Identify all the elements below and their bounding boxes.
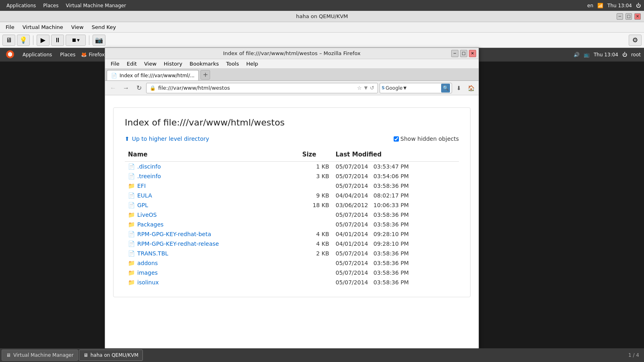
places-menu[interactable]: Places xyxy=(40,2,62,9)
file-name: RPM-GPG-KEY-redhat-beta xyxy=(137,231,211,237)
ff-forward-btn[interactable]: → xyxy=(120,83,132,93)
ff-menu-edit[interactable]: Edit xyxy=(124,60,140,68)
taskbar-virt-manager[interactable]: 🖥 Virtual Machine Manager xyxy=(2,350,78,361)
virt-close-btn[interactable]: ✕ xyxy=(634,13,641,20)
virt-menu-view[interactable]: View xyxy=(68,23,87,31)
file-date-cell: 04/04/2014 08:02:17 PM xyxy=(332,191,459,200)
col-modified: Last Modified xyxy=(332,148,459,162)
toolbar-snapshot-btn[interactable]: 📷 xyxy=(93,35,105,46)
toolbar-settings-btn[interactable]: ⚙ xyxy=(629,35,642,46)
virt-manager-menu[interactable]: Virtual Machine Manager xyxy=(62,2,129,9)
ff-menu-history[interactable]: History xyxy=(161,60,186,68)
table-row: 📄 TRANS.TBL 2 KB 05/07/2014 03:58:36 PM xyxy=(125,249,459,258)
show-hidden-label[interactable]: Show hidden objects xyxy=(394,136,459,142)
ff-new-tab-btn[interactable]: + xyxy=(200,70,210,80)
show-hidden-checkbox[interactable] xyxy=(394,136,399,142)
file-link[interactable]: 📁 Packages xyxy=(128,221,276,228)
search-engine-selector[interactable]: S Google ▼ xyxy=(382,85,407,91)
table-row: 📄 .treeinfo 3 KB 05/07/2014 03:54:06 PM xyxy=(125,171,459,181)
ff-minimize-btn[interactable]: − xyxy=(451,50,458,57)
ff-maximize-btn[interactable]: □ xyxy=(460,50,467,57)
file-size-cell xyxy=(279,258,332,268)
firefox-panel-icon: 🦊 xyxy=(81,52,87,58)
firefox-window: Index of file:///var/www/html/westos – M… xyxy=(105,47,479,349)
file-name: Packages xyxy=(137,221,163,228)
virt-menu-virtualmachine[interactable]: Virtual Machine xyxy=(19,23,66,31)
virt-maximize-btn[interactable]: □ xyxy=(625,13,632,20)
virt-window-title: haha on QEMU/KVM xyxy=(296,13,348,19)
virt-manager-window: haha on QEMU/KVM − □ ✕ File Virtual Mach… xyxy=(0,11,644,362)
search-submit-btn[interactable]: 🔍 xyxy=(441,84,450,93)
ff-tab-active[interactable]: 📄 Index of file:///var/www/html/... xyxy=(107,70,199,80)
toolbar-shutdown-btn[interactable]: ⏹▾ xyxy=(66,35,86,46)
ff-menu-view[interactable]: View xyxy=(141,60,160,68)
ff-menu-tools[interactable]: Tools xyxy=(223,60,242,68)
file-link[interactable]: 📁 LiveOS xyxy=(128,212,276,218)
ff-home-btn[interactable]: 🏠 xyxy=(466,83,476,93)
file-name: isolinux xyxy=(137,279,159,286)
ff-menu-file[interactable]: File xyxy=(107,60,123,68)
virt-window-controls: − □ ✕ xyxy=(617,13,641,20)
inner-volume-icon[interactable]: 🔊 xyxy=(574,52,580,58)
toolbar-bulb-btn[interactable]: 💡 xyxy=(17,35,30,46)
file-link[interactable]: 📄 TRANS.TBL xyxy=(128,250,276,257)
toolbar-pause-btn[interactable]: ⏸ xyxy=(51,35,64,46)
ff-close-btn[interactable]: ✕ xyxy=(469,50,476,57)
file-name-cell: 📄 EULA xyxy=(125,191,279,200)
ff-back-btn[interactable]: ← xyxy=(107,83,119,93)
table-row: 📁 addons 05/07/2014 03:58:36 PM xyxy=(125,258,459,268)
applications-menu[interactable]: Applications xyxy=(3,2,39,9)
inner-user: root xyxy=(631,52,641,58)
ff-menu-help[interactable]: Help xyxy=(243,60,262,68)
file-size-cell xyxy=(279,210,332,220)
ff-search-bar[interactable]: S Google ▼ 🔍 xyxy=(380,83,452,93)
language-indicator[interactable]: en xyxy=(587,3,593,8)
dir-up-link[interactable]: ⬆ Up to higher level directory xyxy=(125,136,209,142)
file-name: RPM-GPG-KEY-redhat-release xyxy=(137,241,219,247)
inner-power-icon[interactable]: ⏻ xyxy=(622,52,627,58)
virt-toolbar: 🖥 💡 ▶ ⏸ ⏹▾ 📷 ⚙ xyxy=(0,33,644,48)
url-dropdown-icon[interactable]: ▼ xyxy=(364,85,367,90)
inner-applications-label[interactable]: Applications xyxy=(20,51,54,58)
file-link[interactable]: 📁 images xyxy=(128,269,276,276)
ff-refresh-btn[interactable]: ↻ xyxy=(133,83,144,93)
ff-menu-bookmarks[interactable]: Bookmarks xyxy=(186,60,222,68)
ff-window-title: Index of file:///var/www/html/westos – M… xyxy=(108,50,475,56)
inner-places-label[interactable]: Places xyxy=(58,51,78,58)
file-link[interactable]: 📄 EULA xyxy=(128,192,276,199)
file-size-cell: 3 KB xyxy=(279,171,332,181)
file-date-cell: 04/01/2014 09:28:10 PM xyxy=(332,239,459,249)
file-link[interactable]: 📄 RPM-GPG-KEY-redhat-release xyxy=(128,241,276,247)
ff-navbar: ← → ↻ 🔒 file:///var/www/html/westos ☆ ▼ … xyxy=(105,81,479,95)
file-size-cell: 9 KB xyxy=(279,191,332,200)
taskbar-haha-vm[interactable]: 🖥 haha on QEMU/KVM xyxy=(79,350,143,361)
file-link[interactable]: 📁 EFI xyxy=(128,183,276,189)
inner-apps-icon[interactable] xyxy=(3,49,17,61)
power-icon[interactable]: ⏻ xyxy=(636,3,641,8)
virt-menu-file[interactable]: File xyxy=(2,23,18,31)
url-text: file:///var/www/html/westos xyxy=(158,85,355,91)
file-name-cell: 📄 GPL xyxy=(125,200,279,210)
file-link[interactable]: 📁 isolinux xyxy=(128,279,276,286)
url-bookmark-icon[interactable]: ☆ xyxy=(357,85,362,91)
table-row: 📄 RPM-GPG-KEY-redhat-release 4 KB 04/01/… xyxy=(125,239,459,249)
file-link[interactable]: 📁 addons xyxy=(128,260,276,266)
virt-minimize-btn[interactable]: − xyxy=(617,13,623,20)
url-reload-icon[interactable]: ↺ xyxy=(370,85,374,91)
toolbar-run-btn[interactable]: ▶ xyxy=(37,35,50,46)
file-size-cell xyxy=(279,278,332,287)
file-type-icon: 📄 xyxy=(128,163,135,170)
virt-menu-sendkey[interactable]: Send Key xyxy=(89,23,119,31)
file-name-cell: 📄 .treeinfo xyxy=(125,171,279,181)
ff-download-btn[interactable]: ⬇ xyxy=(454,83,464,93)
file-link[interactable]: 📄 RPM-GPG-KEY-redhat-beta xyxy=(128,231,276,237)
file-link[interactable]: 📄 .discinfo xyxy=(128,163,276,170)
inner-screen-icon[interactable]: 📺 xyxy=(584,52,590,58)
file-link[interactable]: 📄 GPL xyxy=(128,202,276,208)
toolbar-display-btn[interactable]: 🖥 xyxy=(2,35,15,46)
ff-tab-label: Index of file:///var/www/html/... xyxy=(120,73,194,78)
file-link[interactable]: 📄 .treeinfo xyxy=(128,173,276,179)
file-type-icon: 📄 xyxy=(128,173,135,179)
ff-url-bar[interactable]: 🔒 file:///var/www/html/westos ☆ ▼ ↺ xyxy=(146,83,378,93)
virt-menubar: File Virtual Machine View Send Key xyxy=(0,22,644,33)
